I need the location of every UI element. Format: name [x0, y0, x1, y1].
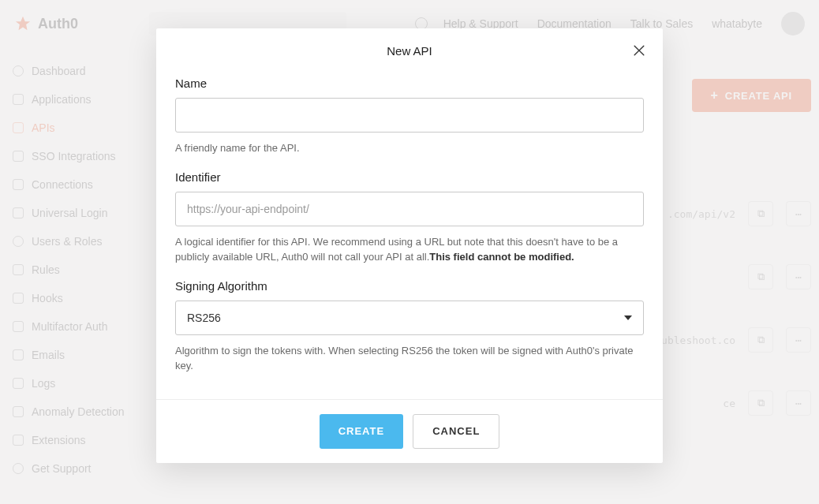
identifier-label: Identifier — [175, 170, 644, 184]
close-icon — [631, 43, 647, 58]
identifier-help-bold: This field cannot be modified. — [429, 251, 574, 263]
name-input[interactable] — [175, 98, 644, 133]
modal-title: New API — [175, 44, 644, 58]
algorithm-value: RS256 — [187, 312, 221, 324]
algorithm-label: Signing Algorithm — [175, 279, 644, 293]
modal-header: New API — [156, 28, 663, 72]
name-help: A friendly name for the API. — [175, 140, 644, 156]
algorithm-select[interactable]: RS256 — [175, 301, 644, 335]
create-button[interactable]: CREATE — [320, 414, 403, 449]
cancel-button[interactable]: CANCEL — [413, 414, 499, 449]
name-field: Name A friendly name for the API. — [175, 77, 644, 156]
identifier-help: A logical identifier for this API. We re… — [175, 234, 644, 265]
new-api-modal: New API Name A friendly name for the API… — [156, 28, 663, 463]
modal-footer: CREATE CANCEL — [156, 399, 663, 463]
identifier-input[interactable] — [175, 192, 644, 226]
name-label: Name — [175, 77, 644, 90]
close-button[interactable] — [631, 43, 647, 58]
identifier-field: Identifier A logical identifier for this… — [175, 170, 644, 265]
chevron-down-icon — [624, 315, 632, 320]
algorithm-help: Algorithm to sign the tokens with. When … — [175, 343, 644, 374]
modal-body: Name A friendly name for the API. Identi… — [156, 72, 663, 399]
algorithm-field: Signing Algorithm RS256 Algorithm to sig… — [175, 279, 644, 374]
